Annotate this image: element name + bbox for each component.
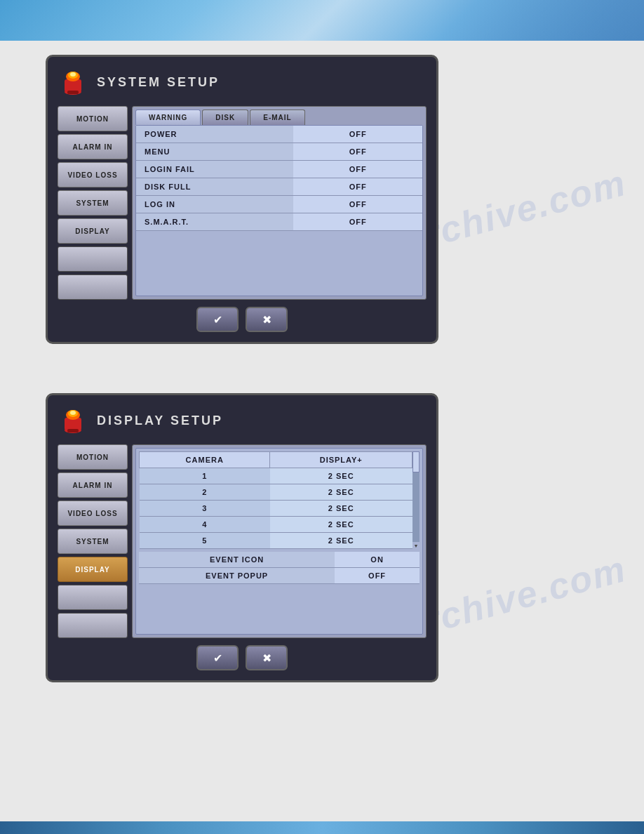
row-value-power: OFF xyxy=(293,126,422,143)
system-setup-footer: ✔ ✖ xyxy=(58,307,427,332)
display-setup-panel: DISPLAY SETUP MOTION ALARM IN VIDEO LOSS… xyxy=(46,393,438,682)
display-setup-footer: ✔ ✖ xyxy=(58,645,427,670)
scrollbar-thumb[interactable] xyxy=(412,451,420,472)
table-row[interactable]: DISK FULL OFF xyxy=(136,178,422,196)
cancel-button[interactable]: ✖ xyxy=(246,307,288,332)
sidebar-btn-alarm-in[interactable]: ALARM IN xyxy=(58,134,128,159)
alarm-icon xyxy=(58,67,88,98)
alarm-icon-2 xyxy=(58,405,88,436)
camera-num-3: 3 xyxy=(140,501,270,517)
camera-row-3[interactable]: 3 2 SEC xyxy=(140,501,412,517)
event-popup-value: OFF xyxy=(335,568,420,584)
system-data-area: POWER OFF MENU OFF LOGIN FAIL OFF xyxy=(135,125,423,296)
system-setup-panel: SYSTEM SETUP MOTION ALARM IN VIDEO LOSS … xyxy=(46,55,438,344)
camera-num-2: 2 xyxy=(140,484,270,501)
camera-display-2: 2 SEC xyxy=(270,484,412,501)
col-header-display: DISPLAY+ xyxy=(270,452,412,468)
tab-warning[interactable]: WARNING xyxy=(135,110,201,125)
camera-display-5: 2 SEC xyxy=(270,533,412,549)
sidebar-btn-motion[interactable]: MOTION xyxy=(58,106,128,131)
row-label-menu: MENU xyxy=(136,143,293,161)
display-sidebar-btn-system[interactable]: SYSTEM xyxy=(58,529,128,554)
svg-point-10 xyxy=(70,411,76,415)
table-row[interactable]: LOG IN OFF xyxy=(136,196,422,213)
scrollbar-down-arrow[interactable]: ▼ xyxy=(412,542,420,549)
display-setup-header: DISPLAY SETUP xyxy=(58,405,427,436)
camera-num-5: 5 xyxy=(140,533,270,549)
camera-row-1[interactable]: 1 2 SEC xyxy=(140,468,412,484)
table-row[interactable]: MENU OFF xyxy=(136,143,422,161)
display-setup-body: MOTION ALARM IN VIDEO LOSS SYSTEM DISPLA… xyxy=(58,444,427,638)
display-sidebar-btn-alarm-in[interactable]: ALARM IN xyxy=(58,472,128,498)
svg-rect-5 xyxy=(67,91,79,94)
event-table: EVENT ICON ON EVENT POPUP OFF xyxy=(139,552,420,584)
sidebar-btn-video-loss[interactable]: VIDEO LOSS xyxy=(58,162,128,187)
display-setup-main: CAMERA DISPLAY+ 1 2 SEC 2 xyxy=(132,444,427,638)
row-value-login-fail: OFF xyxy=(293,161,422,178)
event-icon-label: EVENT ICON xyxy=(139,552,335,568)
checkmark-icon-2: ✔ xyxy=(213,651,222,665)
display-sidebar-btn-display[interactable]: DISPLAY xyxy=(58,557,128,582)
camera-table-container: CAMERA DISPLAY+ 1 2 SEC 2 xyxy=(139,451,420,549)
close-icon: ✖ xyxy=(262,313,271,326)
row-label-log-in: LOG IN xyxy=(136,196,293,213)
display-cancel-button[interactable]: ✖ xyxy=(246,645,288,670)
row-label-login-fail: LOGIN FAIL xyxy=(136,161,293,178)
display-confirm-button[interactable]: ✔ xyxy=(196,645,239,670)
system-setup-main: WARNING DISK E-MAIL POWER OFF MENU xyxy=(132,106,427,300)
display-data-area: CAMERA DISPLAY+ 1 2 SEC 2 xyxy=(135,448,423,635)
display-sidebar-btn-video-loss[interactable]: VIDEO LOSS xyxy=(58,501,128,526)
event-row-icon[interactable]: EVENT ICON ON xyxy=(139,552,420,568)
tab-disk[interactable]: DISK xyxy=(202,110,248,125)
system-setup-body: MOTION ALARM IN VIDEO LOSS SYSTEM DISPLA… xyxy=(58,106,427,300)
svg-rect-11 xyxy=(67,429,79,432)
tab-email[interactable]: E-MAIL xyxy=(250,110,304,125)
system-setup-header: SYSTEM SETUP xyxy=(58,67,427,98)
confirm-button[interactable]: ✔ xyxy=(196,307,239,332)
row-value-disk-full: OFF xyxy=(293,178,422,196)
display-sidebar-btn-empty-2 xyxy=(58,613,128,638)
event-row-popup[interactable]: EVENT POPUP OFF xyxy=(139,568,420,584)
system-setup-title: SYSTEM SETUP xyxy=(97,75,220,90)
sidebar-btn-empty-2 xyxy=(58,274,128,300)
sidebar-btn-system[interactable]: SYSTEM xyxy=(58,190,128,216)
camera-num-1: 1 xyxy=(140,468,270,484)
camera-num-4: 4 xyxy=(140,517,270,533)
event-popup-label: EVENT POPUP xyxy=(139,568,335,584)
svg-point-4 xyxy=(70,72,76,77)
spacer xyxy=(46,365,644,393)
footer-banner xyxy=(0,821,644,834)
display-sidebar-btn-motion[interactable]: MOTION xyxy=(58,444,128,470)
col-header-camera: CAMERA xyxy=(140,452,270,468)
row-label-disk-full: DISK FULL xyxy=(136,178,293,196)
row-value-menu: OFF xyxy=(293,143,422,161)
system-setup-tabs: WARNING DISK E-MAIL xyxy=(133,107,426,125)
table-row[interactable]: LOGIN FAIL OFF xyxy=(136,161,422,178)
table-row[interactable]: S.M.A.R.T. OFF xyxy=(136,213,422,231)
system-setup-sidebar: MOTION ALARM IN VIDEO LOSS SYSTEM DISPLA… xyxy=(58,106,128,300)
event-icon-value: ON xyxy=(335,552,420,568)
system-data-table: POWER OFF MENU OFF LOGIN FAIL OFF xyxy=(136,126,422,231)
camera-display-3: 2 SEC xyxy=(270,501,412,517)
scrollbar-track[interactable]: ▼ xyxy=(412,451,420,549)
camera-display-1: 2 SEC xyxy=(270,468,412,484)
sidebar-btn-empty-1 xyxy=(58,246,128,272)
camera-display-4: 2 SEC xyxy=(270,517,412,533)
display-setup-title: DISPLAY SETUP xyxy=(97,413,223,428)
row-label-power: POWER xyxy=(136,126,293,143)
display-sidebar-btn-empty-1 xyxy=(58,585,128,610)
sidebar-btn-display[interactable]: DISPLAY xyxy=(58,218,128,244)
camera-row-4[interactable]: 4 2 SEC xyxy=(140,517,412,533)
row-value-smart: OFF xyxy=(293,213,422,231)
header-banner xyxy=(0,0,644,41)
checkmark-icon: ✔ xyxy=(213,313,222,326)
table-row[interactable]: POWER OFF xyxy=(136,126,422,143)
display-setup-sidebar: MOTION ALARM IN VIDEO LOSS SYSTEM DISPLA… xyxy=(58,444,128,638)
row-label-smart: S.M.A.R.T. xyxy=(136,213,293,231)
camera-row-5[interactable]: 5 2 SEC xyxy=(140,533,412,549)
row-value-log-in: OFF xyxy=(293,196,422,213)
close-icon-2: ✖ xyxy=(262,651,271,665)
camera-row-2[interactable]: 2 2 SEC xyxy=(140,484,412,501)
camera-table: CAMERA DISPLAY+ 1 2 SEC 2 xyxy=(139,451,412,549)
